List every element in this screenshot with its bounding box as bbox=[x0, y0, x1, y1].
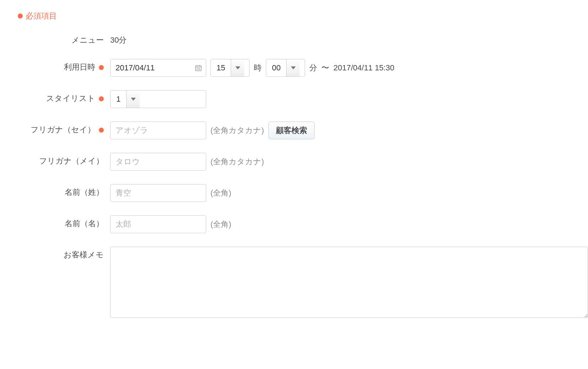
minute-unit: 分 bbox=[309, 63, 317, 73]
required-legend-label: 必須項目 bbox=[26, 11, 57, 21]
minute-value: 00 bbox=[266, 59, 286, 76]
date-value: 2017/04/11 bbox=[116, 63, 155, 73]
name-sei-label: 名前（姓） bbox=[65, 187, 104, 198]
furigana-mei-hint: (全角カタカナ) bbox=[210, 156, 264, 167]
svg-point-7 bbox=[197, 69, 197, 70]
chevron-down-icon bbox=[126, 91, 140, 108]
hour-value: 15 bbox=[211, 59, 231, 76]
chevron-down-icon bbox=[231, 59, 244, 76]
end-datetime: 2017/04/11 15:30 bbox=[333, 63, 394, 73]
stylist-select[interactable]: 1 bbox=[110, 90, 206, 108]
memo-textarea[interactable] bbox=[110, 247, 588, 318]
name-mei-hint: (全角) bbox=[210, 219, 231, 230]
memo-label: お客様メモ bbox=[64, 250, 104, 260]
svg-point-4 bbox=[197, 68, 197, 68]
name-sei-input[interactable] bbox=[110, 184, 206, 202]
furigana-mei-label: フリガナ（メイ） bbox=[39, 156, 104, 166]
chevron-down-icon bbox=[286, 59, 300, 76]
svg-point-9 bbox=[199, 69, 200, 70]
svg-point-5 bbox=[198, 68, 198, 68]
required-dot-icon bbox=[18, 14, 23, 18]
name-sei-hint: (全角) bbox=[210, 188, 231, 198]
menu-label: メニュー bbox=[71, 35, 104, 46]
row-name-sei: 名前（姓） (全角) bbox=[18, 184, 588, 202]
required-dot-icon bbox=[99, 96, 104, 101]
calendar-icon bbox=[194, 64, 202, 72]
row-memo: お客様メモ bbox=[18, 247, 588, 318]
row-stylist: スタイリスト 1 bbox=[18, 90, 588, 108]
row-datetime: 利用日時 2017/04/11 15 bbox=[18, 59, 588, 77]
required-dot-icon bbox=[99, 65, 104, 70]
required-legend: 必須項目 bbox=[18, 11, 588, 21]
datetime-label: 利用日時 bbox=[64, 62, 95, 73]
required-dot-icon bbox=[99, 128, 104, 133]
furigana-sei-hint: (全角カタカナ) bbox=[210, 125, 264, 136]
row-menu: メニュー 30分 bbox=[18, 32, 588, 46]
name-mei-label: 名前（名） bbox=[65, 218, 104, 229]
svg-point-6 bbox=[199, 68, 200, 68]
minute-select[interactable]: 00 bbox=[266, 59, 305, 77]
svg-point-8 bbox=[198, 69, 198, 70]
hour-select[interactable]: 15 bbox=[210, 59, 250, 77]
furigana-mei-input[interactable] bbox=[110, 153, 206, 171]
stylist-label: スタイリスト bbox=[46, 93, 95, 104]
row-furigana-sei: フリガナ（セイ） (全角カタカナ) 顧客検索 bbox=[18, 122, 588, 139]
name-mei-input[interactable] bbox=[110, 215, 206, 233]
furigana-sei-input[interactable] bbox=[110, 122, 206, 139]
row-furigana-mei: フリガナ（メイ） (全角カタカナ) bbox=[18, 153, 588, 171]
date-input[interactable]: 2017/04/11 bbox=[110, 59, 206, 77]
hour-unit: 時 bbox=[254, 63, 262, 73]
furigana-sei-label: フリガナ（セイ） bbox=[31, 124, 95, 135]
customer-search-button[interactable]: 顧客検索 bbox=[268, 122, 315, 139]
menu-value: 30分 bbox=[110, 32, 127, 46]
stylist-value: 1 bbox=[111, 91, 126, 108]
range-separator: 〜 bbox=[321, 63, 329, 73]
customer-search-label: 顧客検索 bbox=[276, 125, 307, 136]
row-name-mei: 名前（名） (全角) bbox=[18, 215, 588, 233]
